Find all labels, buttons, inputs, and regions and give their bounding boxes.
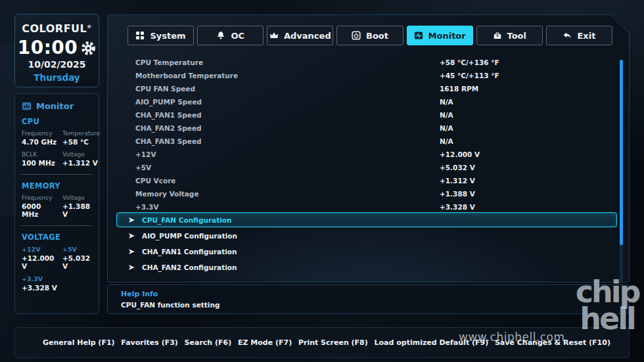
system-icon <box>135 31 145 40</box>
config-item-label: AIO_PUMP Configuration <box>142 232 237 240</box>
monitor-row-label: CHA_FAN2 Speed <box>135 124 440 132</box>
function-key-bar: General Help (F1)Favorites (F3)Search (F… <box>14 327 630 358</box>
stat-value: 100 MHz <box>22 159 60 167</box>
stat-value: +5.032 V <box>62 254 93 270</box>
monitor-row-value: N/A <box>440 137 453 145</box>
tab-oc[interactable]: OC <box>197 26 264 45</box>
monitor-row-label: CHA_FAN1 Speed <box>135 111 440 119</box>
monitor-row-value: +5.032 V <box>440 164 475 171</box>
stat-label: Voltage <box>62 151 100 158</box>
section-title: CPU <box>22 117 93 126</box>
stat-label: Frequency <box>22 194 60 201</box>
exit-icon <box>563 31 572 40</box>
tool-icon <box>493 31 502 40</box>
clock-day: Thursday <box>15 72 99 83</box>
monitor-row-label: CPU Temperature <box>135 58 440 66</box>
config-item-label: CPU_FAN Configuration <box>142 216 231 224</box>
sidebar-header: Monitor <box>22 101 93 111</box>
bios-screen: COLORFUL® 10:00 10/02/2025 Thursday Moni… <box>0 0 644 362</box>
footer-ez-mode[interactable]: EZ Mode (F7) <box>238 338 292 347</box>
sidebar-section-cpu: CPUFrequency4.70 GHzTemperature+58 °CBCL… <box>21 117 93 167</box>
stat-cell: Temperature+58 °C <box>62 130 100 146</box>
stat-value: +12.000 V <box>22 254 60 270</box>
tab-label: Exit <box>577 31 595 41</box>
config-item-cpu-fan[interactable]: CPU_FAN Configuration <box>116 212 617 227</box>
monitor-row-label: CPU Vcore <box>135 177 440 185</box>
config-item-label: CHA_FAN1 Configuration <box>142 248 237 256</box>
tab-monitor[interactable]: Monitor <box>407 26 473 45</box>
footer-general-help[interactable]: General Help (F1) <box>43 338 115 347</box>
stat-label: Voltage <box>62 194 93 201</box>
tab-label: Boot <box>366 31 388 41</box>
stat-value: +58 °C <box>62 138 100 146</box>
section-title: VOLTAGE <box>22 233 93 242</box>
boot-icon <box>352 31 361 40</box>
stat-label: BCLK <box>22 151 60 158</box>
stat-cell: Voltage+1.312 V <box>62 151 100 167</box>
arrowhead-icon <box>127 263 135 271</box>
monitor-row: CPU Vcore+1.312 V <box>135 174 609 187</box>
tab-label: Tool <box>507 31 526 41</box>
stat-value: 6000 MHz <box>22 202 60 218</box>
monitor-row-label: AIO_PUMP Speed <box>135 98 440 106</box>
monitor-row-value: N/A <box>440 124 453 132</box>
footer-favorites[interactable]: Favorites (F3) <box>121 338 178 347</box>
registered-mark: ® <box>87 24 92 30</box>
tab-system[interactable]: System <box>127 26 194 45</box>
tab-label: Monitor <box>428 31 466 41</box>
stat-value: 4.70 GHz <box>22 138 60 146</box>
sidebar-title: Monitor <box>36 101 74 111</box>
arrowhead-icon <box>127 216 135 224</box>
section-grid: +12V+12.000 V+5V+5.032 V+3.3V+3.328 V <box>21 246 93 292</box>
tab-tool[interactable]: Tool <box>476 26 543 45</box>
footer-search[interactable]: Search (F6) <box>185 338 232 347</box>
footer-save-reset[interactable]: Save Changes & Reset (F10) <box>495 338 610 347</box>
stat-label: +3.3V <box>22 275 60 283</box>
clock-date: 10/02/2025 <box>15 59 99 70</box>
fan-config-list: CPU_FAN ConfigurationAIO_PUMP Configurat… <box>116 212 617 275</box>
config-item-label: CHA_FAN2 Configuration <box>142 263 237 271</box>
tab-exit[interactable]: Exit <box>546 26 612 45</box>
config-item-cha-fan1[interactable]: CHA_FAN1 Configuration <box>116 244 617 259</box>
stat-cell: Frequency4.70 GHz <box>22 130 60 146</box>
monitor-row-label: CHA_FAN3 Speed <box>135 137 440 145</box>
clock-time: 10:00 <box>18 37 78 58</box>
stat-cell: Voltage+1.388 V <box>62 194 93 218</box>
scrollbar-thumb[interactable] <box>620 60 623 245</box>
tab-label: System <box>150 31 185 41</box>
oc-icon <box>216 31 225 40</box>
tab-label: OC <box>231 31 244 41</box>
monitor-row-label: Memory Voltage <box>135 190 440 198</box>
tab-advanced[interactable]: Advanced <box>267 26 333 45</box>
monitor-row-label: CPU FAN Speed <box>135 85 440 93</box>
section-title: MEMORY <box>22 181 93 191</box>
config-item-aio-pump[interactable]: AIO_PUMP Configuration <box>116 228 617 243</box>
monitor-row: +3.3V+3.328 V <box>135 200 609 214</box>
section-grid: Frequency4.70 GHzTemperature+58 °CBCLK10… <box>21 130 93 167</box>
arrowhead-icon <box>127 248 135 256</box>
tab-label: Advanced <box>284 31 331 41</box>
stat-value: +1.312 V <box>62 159 100 167</box>
monitor-row: +5V+5.032 V <box>135 161 609 174</box>
config-item-cha-fan2[interactable]: CHA_FAN2 Configuration <box>116 260 617 275</box>
stat-label: +12V <box>22 246 60 253</box>
monitor-row-value: +3.328 V <box>440 203 475 211</box>
help-title: Help Info <box>121 290 629 298</box>
stat-label: +5V <box>62 246 93 253</box>
monitor-row-value: N/A <box>440 98 453 106</box>
stat-cell: +12V+12.000 V <box>22 246 60 270</box>
scrollbar[interactable] <box>620 60 623 282</box>
sidebar-section-voltage: VOLTAGE+12V+12.000 V+5V+5.032 V+3.3V+3.3… <box>21 225 93 292</box>
monitor-row: +12V+12.000 V <box>135 148 609 161</box>
monitor-row-value: +1.312 V <box>440 177 475 185</box>
footer-load-default[interactable]: Load optimized Default (F9) <box>375 338 489 347</box>
tab-bar: SystemOCAdvancedBootMonitorToolExit <box>127 26 612 45</box>
monitor-icon <box>414 31 423 40</box>
monitor-row: CHA_FAN1 SpeedN/A <box>135 108 609 122</box>
footer-print-screen[interactable]: Print Screen (F8) <box>298 338 368 347</box>
monitor-row: CPU Temperature+58 °C/+136 °F <box>135 56 609 69</box>
tab-boot[interactable]: Boot <box>336 26 403 45</box>
monitor-row: Motherboard Temperature+45 °C/+113 °F <box>135 69 609 82</box>
monitor-row-label: Motherboard Temperature <box>135 72 440 79</box>
sidebar-sections: CPUFrequency4.70 GHzTemperature+58 °CBCL… <box>21 117 93 292</box>
